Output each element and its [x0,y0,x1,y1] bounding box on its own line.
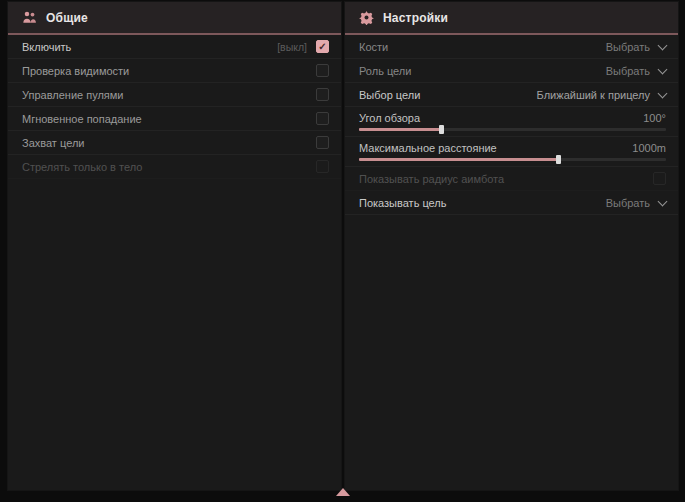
toggle-label: Стрелять только в тело [22,161,316,173]
panel-title: Общие [46,11,88,25]
slider-row-fov: Угол обзора 100° [345,107,678,137]
dropdown-label: Кости [359,41,606,53]
dropdown-value: Ближайший к прицелу [537,89,650,101]
slider-row-max-distance: Максимальное расстояние 1000m [345,137,678,167]
panel-general: Общие Включить [выкл] Проверка видимости… [8,2,341,490]
chevron-down-icon [658,196,668,206]
panel-settings: Настройки Кости Выбрать Роль цели Выбрат… [345,2,678,490]
dropdown-label: Выбор цели [359,89,537,101]
toggle-label: Управление пулями [22,89,316,101]
slider-label: Угол обзора [359,112,643,124]
fov-slider-track[interactable] [359,128,666,131]
chevron-down-icon [658,64,668,74]
toggle-row-body-only: Стрелять только в тело [8,155,341,179]
toggle-row-instant-hit: Мгновенное попадание [8,107,341,131]
checkbox[interactable] [316,136,329,149]
chevron-down-icon [658,40,668,50]
dropdown-value: Выбрать [606,41,650,53]
checkbox[interactable] [653,172,666,185]
panel-title: Настройки [383,11,448,25]
dropdown-bones[interactable]: Выбрать [606,39,666,55]
dropdown-row-target-selection: Выбор цели Ближайший к прицелу [345,83,678,107]
slider-value: 100° [643,112,666,124]
toggle-row-enable: Включить [выкл] [8,35,341,59]
slider-value: 1000m [632,142,666,154]
distance-slider-track[interactable] [359,158,666,161]
dropdown-row-bones: Кости Выбрать [345,35,678,59]
users-icon [22,10,37,25]
slider-fill [359,158,559,161]
chevron-down-icon [658,88,668,98]
dropdown-row-show-target: Показывать цель Выбрать [345,191,678,215]
checkbox[interactable] [316,88,329,101]
slider-handle[interactable] [439,125,444,134]
toggle-label: Захват цели [22,137,316,149]
toggle-row-show-radius: Показывать радиус аимбота [345,167,678,191]
slider-handle[interactable] [556,155,561,164]
checkbox[interactable] [316,112,329,125]
panel-settings-body: Кости Выбрать Роль цели Выбрать Выбор це… [345,35,678,490]
toggle-label: Мгновенное попадание [22,113,316,125]
dropdown-label: Роль цели [359,65,606,77]
toggle-row-bullet-control: Управление пулями [8,83,341,107]
panel-general-header: Общие [8,2,341,33]
dropdown-label: Показывать цель [359,197,606,209]
dropdown-target-selection[interactable]: Ближайший к прицелу [537,87,666,103]
slider-fill [359,128,442,131]
dropdown-value: Выбрать [606,197,650,209]
checkbox[interactable] [316,64,329,77]
panel-settings-header: Настройки [345,2,678,33]
checkbox[interactable] [316,40,329,53]
checkbox[interactable] [316,160,329,173]
toggle-row-target-lock: Захват цели [8,131,341,155]
dropdown-row-target-role: Роль цели Выбрать [345,59,678,83]
dropdown-target-role[interactable]: Выбрать [606,63,666,79]
toggle-label: Проверка видимости [22,65,316,77]
dropdown-show-target[interactable]: Выбрать [606,195,666,211]
mod-menu-root: Общие Включить [выкл] Проверка видимости… [0,0,685,502]
panel-general-body: Включить [выкл] Проверка видимости Управ… [8,35,341,490]
keybind-text[interactable]: [выкл] [277,41,307,53]
slider-label: Максимальное расстояние [359,142,632,154]
toggle-label: Показывать радиус аимбота [359,173,653,185]
dropdown-value: Выбрать [606,65,650,77]
menu-expand-arrow-icon[interactable] [336,488,350,496]
gear-icon [359,10,374,25]
toggle-row-visibility-check: Проверка видимости [8,59,341,83]
toggle-label: Включить [22,41,277,53]
